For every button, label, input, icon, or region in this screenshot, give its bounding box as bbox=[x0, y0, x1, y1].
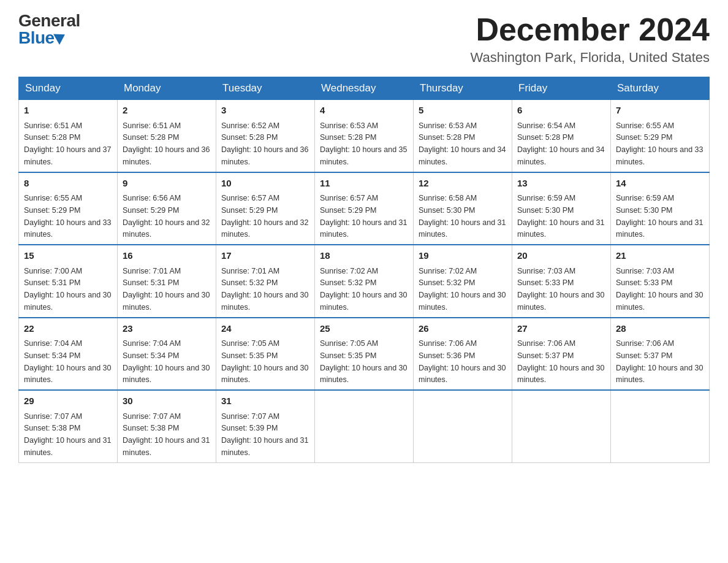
day-number: 13 bbox=[517, 177, 605, 191]
table-row: 14 Sunrise: 6:59 AMSunset: 5:30 PMDaylig… bbox=[611, 172, 710, 245]
day-sunrise: Sunrise: 7:06 AMSunset: 5:37 PMDaylight:… bbox=[616, 339, 703, 384]
day-sunrise: Sunrise: 7:05 AMSunset: 5:35 PMDaylight:… bbox=[221, 339, 308, 384]
table-row: 6 Sunrise: 6:54 AMSunset: 5:28 PMDayligh… bbox=[512, 100, 611, 172]
day-number: 29 bbox=[24, 394, 112, 408]
day-sunrise: Sunrise: 6:53 AMSunset: 5:28 PMDaylight:… bbox=[419, 121, 506, 166]
table-row: 26 Sunrise: 7:06 AMSunset: 5:36 PMDaylig… bbox=[414, 318, 512, 391]
day-sunrise: Sunrise: 6:52 AMSunset: 5:28 PMDaylight:… bbox=[221, 121, 308, 166]
table-row: 21 Sunrise: 7:03 AMSunset: 5:33 PMDaylig… bbox=[611, 245, 710, 318]
table-row: 29 Sunrise: 7:07 AMSunset: 5:38 PMDaylig… bbox=[19, 390, 118, 462]
day-number: 31 bbox=[221, 394, 309, 408]
day-number: 23 bbox=[123, 322, 211, 336]
table-row: 13 Sunrise: 6:59 AMSunset: 5:30 PMDaylig… bbox=[512, 172, 611, 245]
table-row: 11 Sunrise: 6:57 AMSunset: 5:29 PMDaylig… bbox=[315, 172, 414, 245]
day-number: 16 bbox=[123, 249, 211, 263]
day-sunrise: Sunrise: 7:04 AMSunset: 5:34 PMDaylight:… bbox=[24, 339, 111, 384]
day-sunrise: Sunrise: 6:51 AMSunset: 5:28 PMDaylight:… bbox=[123, 121, 210, 166]
day-number: 6 bbox=[517, 104, 605, 118]
table-row: 30 Sunrise: 7:07 AMSunset: 5:38 PMDaylig… bbox=[118, 390, 216, 462]
day-sunrise: Sunrise: 6:57 AMSunset: 5:29 PMDaylight:… bbox=[320, 194, 407, 239]
day-number: 30 bbox=[123, 394, 211, 408]
table-row bbox=[512, 390, 611, 462]
table-row: 15 Sunrise: 7:00 AMSunset: 5:31 PMDaylig… bbox=[19, 245, 118, 318]
header-sunday: Sunday bbox=[19, 77, 118, 100]
header-thursday: Thursday bbox=[414, 77, 512, 100]
day-number: 9 bbox=[123, 177, 211, 191]
day-number: 8 bbox=[24, 177, 112, 191]
logo-blue: Blue bbox=[18, 29, 55, 47]
table-row: 12 Sunrise: 6:58 AMSunset: 5:30 PMDaylig… bbox=[414, 172, 512, 245]
page-header: General Blue December 2024 Washington Pa… bbox=[18, 12, 710, 66]
table-row: 25 Sunrise: 7:05 AMSunset: 5:35 PMDaylig… bbox=[315, 318, 414, 391]
table-row bbox=[315, 390, 414, 462]
table-row: 1 Sunrise: 6:51 AMSunset: 5:28 PMDayligh… bbox=[19, 100, 118, 172]
table-row: 31 Sunrise: 7:07 AMSunset: 5:39 PMDaylig… bbox=[216, 390, 315, 462]
day-sunrise: Sunrise: 7:07 AMSunset: 5:39 PMDaylight:… bbox=[221, 412, 308, 457]
day-sunrise: Sunrise: 6:53 AMSunset: 5:28 PMDaylight:… bbox=[320, 121, 407, 166]
day-number: 28 bbox=[616, 322, 704, 336]
day-number: 10 bbox=[221, 177, 309, 191]
calendar-week-row: 1 Sunrise: 6:51 AMSunset: 5:28 PMDayligh… bbox=[19, 100, 710, 172]
calendar-week-row: 22 Sunrise: 7:04 AMSunset: 5:34 PMDaylig… bbox=[19, 318, 710, 391]
table-row bbox=[611, 390, 710, 462]
table-row: 5 Sunrise: 6:53 AMSunset: 5:28 PMDayligh… bbox=[414, 100, 512, 172]
weekday-header-row: Sunday Monday Tuesday Wednesday Thursday… bbox=[19, 77, 710, 100]
table-row: 23 Sunrise: 7:04 AMSunset: 5:34 PMDaylig… bbox=[118, 318, 216, 391]
table-row: 8 Sunrise: 6:55 AMSunset: 5:29 PMDayligh… bbox=[19, 172, 118, 245]
header-wednesday: Wednesday bbox=[315, 77, 414, 100]
day-sunrise: Sunrise: 7:03 AMSunset: 5:33 PMDaylight:… bbox=[517, 267, 604, 312]
logo-arrow-icon bbox=[53, 29, 68, 45]
day-sunrise: Sunrise: 6:56 AMSunset: 5:29 PMDaylight:… bbox=[123, 194, 210, 239]
title-area: December 2024 Washington Park, Florida, … bbox=[471, 12, 710, 66]
table-row: 10 Sunrise: 6:57 AMSunset: 5:29 PMDaylig… bbox=[216, 172, 315, 245]
table-row: 20 Sunrise: 7:03 AMSunset: 5:33 PMDaylig… bbox=[512, 245, 611, 318]
table-row: 28 Sunrise: 7:06 AMSunset: 5:37 PMDaylig… bbox=[611, 318, 710, 391]
day-number: 3 bbox=[221, 104, 309, 118]
day-sunrise: Sunrise: 6:55 AMSunset: 5:29 PMDaylight:… bbox=[616, 121, 703, 166]
calendar-table: Sunday Monday Tuesday Wednesday Thursday… bbox=[18, 77, 710, 463]
day-number: 11 bbox=[320, 177, 408, 191]
location-title: Washington Park, Florida, United States bbox=[471, 50, 710, 66]
day-sunrise: Sunrise: 6:55 AMSunset: 5:29 PMDaylight:… bbox=[24, 194, 111, 239]
day-sunrise: Sunrise: 6:58 AMSunset: 5:30 PMDaylight:… bbox=[419, 194, 506, 239]
logo-general: General bbox=[18, 12, 80, 29]
day-number: 24 bbox=[221, 322, 309, 336]
day-sunrise: Sunrise: 6:51 AMSunset: 5:28 PMDaylight:… bbox=[24, 121, 111, 166]
day-sunrise: Sunrise: 7:05 AMSunset: 5:35 PMDaylight:… bbox=[320, 339, 407, 384]
day-sunrise: Sunrise: 7:02 AMSunset: 5:32 PMDaylight:… bbox=[419, 267, 506, 312]
day-number: 14 bbox=[616, 177, 704, 191]
table-row: 3 Sunrise: 6:52 AMSunset: 5:28 PMDayligh… bbox=[216, 100, 315, 172]
day-number: 17 bbox=[221, 249, 309, 263]
day-number: 19 bbox=[419, 249, 507, 263]
day-number: 18 bbox=[320, 249, 408, 263]
month-title: December 2024 bbox=[471, 12, 710, 47]
day-number: 12 bbox=[419, 177, 507, 191]
calendar-week-row: 15 Sunrise: 7:00 AMSunset: 5:31 PMDaylig… bbox=[19, 245, 710, 318]
table-row bbox=[414, 390, 512, 462]
day-number: 5 bbox=[419, 104, 507, 118]
table-row: 7 Sunrise: 6:55 AMSunset: 5:29 PMDayligh… bbox=[611, 100, 710, 172]
day-number: 2 bbox=[123, 104, 211, 118]
day-sunrise: Sunrise: 7:00 AMSunset: 5:31 PMDaylight:… bbox=[24, 267, 111, 312]
day-number: 22 bbox=[24, 322, 112, 336]
day-number: 25 bbox=[320, 322, 408, 336]
day-sunrise: Sunrise: 7:06 AMSunset: 5:36 PMDaylight:… bbox=[419, 339, 506, 384]
day-sunrise: Sunrise: 7:01 AMSunset: 5:31 PMDaylight:… bbox=[123, 267, 210, 312]
calendar-week-row: 29 Sunrise: 7:07 AMSunset: 5:38 PMDaylig… bbox=[19, 390, 710, 462]
table-row: 18 Sunrise: 7:02 AMSunset: 5:32 PMDaylig… bbox=[315, 245, 414, 318]
table-row: 22 Sunrise: 7:04 AMSunset: 5:34 PMDaylig… bbox=[19, 318, 118, 391]
table-row: 16 Sunrise: 7:01 AMSunset: 5:31 PMDaylig… bbox=[118, 245, 216, 318]
day-sunrise: Sunrise: 7:07 AMSunset: 5:38 PMDaylight:… bbox=[24, 412, 111, 457]
day-number: 21 bbox=[616, 249, 704, 263]
header-friday: Friday bbox=[512, 77, 611, 100]
day-sunrise: Sunrise: 7:02 AMSunset: 5:32 PMDaylight:… bbox=[320, 267, 407, 312]
day-number: 20 bbox=[517, 249, 605, 263]
day-sunrise: Sunrise: 6:54 AMSunset: 5:28 PMDaylight:… bbox=[517, 121, 604, 166]
day-sunrise: Sunrise: 6:59 AMSunset: 5:30 PMDaylight:… bbox=[616, 194, 703, 239]
day-number: 27 bbox=[517, 322, 605, 336]
day-number: 4 bbox=[320, 104, 408, 118]
table-row: 9 Sunrise: 6:56 AMSunset: 5:29 PMDayligh… bbox=[118, 172, 216, 245]
day-number: 26 bbox=[419, 322, 507, 336]
day-number: 7 bbox=[616, 104, 704, 118]
table-row: 19 Sunrise: 7:02 AMSunset: 5:32 PMDaylig… bbox=[414, 245, 512, 318]
